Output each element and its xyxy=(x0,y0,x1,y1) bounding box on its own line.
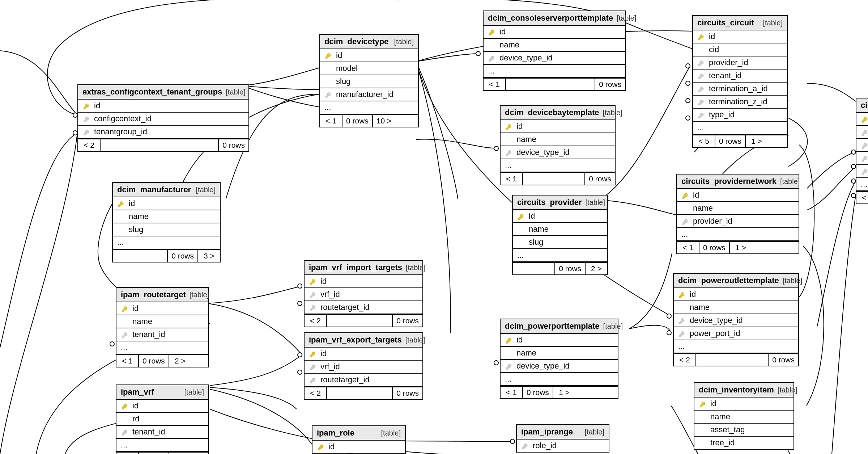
primary-key-icon xyxy=(318,444,324,450)
foreign-key-icon xyxy=(682,218,689,224)
column-row: rd xyxy=(116,413,208,426)
table-circuits-providernetwork[interactable]: circuits_providernetwork [table] id name… xyxy=(676,174,799,254)
svg-point-18 xyxy=(686,116,690,120)
column-name: tenant_id xyxy=(132,427,165,436)
outgoing-count: 1 > xyxy=(553,387,575,398)
foreign-key-icon xyxy=(698,59,705,66)
table-dcim-powerporttemplate[interactable]: dcim_powerporttemplate [table] id name d… xyxy=(500,319,618,399)
table-extras-configcontext-tenant-groups[interactable]: extras_configcontext_tenant_groups [tabl… xyxy=(77,84,249,152)
foreign-key-icon xyxy=(310,304,316,311)
column-row: slug xyxy=(113,223,220,236)
table-header: dcim_manufacturer [table] xyxy=(113,183,220,197)
table-ipam-role[interactable]: ipam_role [table] id xyxy=(312,425,406,454)
column-name: id xyxy=(709,32,715,41)
column-row: cid xyxy=(693,43,787,56)
column-name: name xyxy=(710,412,730,421)
column-name: id xyxy=(690,290,696,299)
incoming-count: < 1 xyxy=(484,79,506,90)
column-name: id xyxy=(499,27,506,36)
table-dcim-devicebaytemplate[interactable]: dcim_devicebaytemplate [table] id name d… xyxy=(500,105,616,185)
foreign-key-icon xyxy=(522,442,528,449)
svg-point-8 xyxy=(494,361,498,365)
column-row: id xyxy=(484,26,625,39)
ellipsis-row: ... xyxy=(484,65,625,78)
table-dcim-manufacturer[interactable]: dcim_manufacturer [table] id name slug .… xyxy=(112,182,221,262)
column-row: id xyxy=(320,49,418,62)
primary-key-icon xyxy=(325,52,332,59)
table-circuit-partial[interactable]: cir ... < 5 xyxy=(856,98,868,204)
column-row: tenant_id xyxy=(693,70,787,83)
table-dcim-poweroutlettemplate[interactable]: dcim_poweroutlettemplate [table] id name… xyxy=(673,273,799,366)
primary-key-icon xyxy=(118,200,124,207)
column-name: name xyxy=(693,203,713,213)
table-dcim-inventoryitem[interactable]: dcim_inventoryitem [table] id name asset… xyxy=(694,382,794,450)
svg-point-6 xyxy=(298,353,302,357)
table-dcim-consoleserverporttemplate[interactable]: dcim_consoleserverporttemplate [table] i… xyxy=(483,10,626,91)
table-header: dcim_devicebaytemplate [table] xyxy=(501,106,615,120)
table-ipam-routetarget[interactable]: ipam_routetarget [table] id name tenant_… xyxy=(116,287,209,367)
column-row: name xyxy=(674,301,798,314)
foreign-key-icon xyxy=(310,291,316,298)
table-type-tag: [table] xyxy=(406,264,425,272)
column-name: id xyxy=(132,401,139,410)
column-name: id xyxy=(94,101,100,110)
table-type-tag: [table] xyxy=(184,388,204,396)
incoming-count: < 2 xyxy=(305,315,327,327)
column-row: id xyxy=(501,120,615,133)
svg-point-12 xyxy=(667,314,671,318)
er-diagram-canvas[interactable]: extras_configcontext_tenant_groups [tabl… xyxy=(0,0,868,454)
svg-point-17 xyxy=(686,98,690,103)
column-name: tenant_id xyxy=(132,330,165,339)
column-row: tenant_id xyxy=(116,426,208,439)
table-ipam-iprange[interactable]: ipam_iprange [table] role_id xyxy=(516,424,609,453)
incoming-count: < 5 xyxy=(856,192,868,203)
ellipsis-row: ... xyxy=(513,249,607,262)
row-count: 0 rows xyxy=(168,250,198,262)
column-row: name xyxy=(484,39,625,52)
column-row: device_type_id xyxy=(501,360,618,373)
primary-key-icon xyxy=(506,123,512,130)
column-name: manufacturer_id xyxy=(336,90,393,99)
primary-key-icon xyxy=(489,29,495,35)
column-row: routetarget_id xyxy=(305,374,422,387)
column-row: asset_tag xyxy=(694,424,793,437)
table-type-tag: [table] xyxy=(226,88,245,96)
table-ipam-vrf[interactable]: ipam_vrf [table] id rd tenant_id ... < 1… xyxy=(116,384,209,454)
foreign-key-icon xyxy=(310,377,316,383)
row-count: 0 rows xyxy=(595,79,625,90)
table-circuits-circuit[interactable]: circuits_circuit [table] id cid provider… xyxy=(692,15,788,148)
table-title: ipam_vrf_import_targets xyxy=(309,263,402,272)
column-row: name xyxy=(501,133,615,146)
table-title: extras_configcontext_tenant_groups xyxy=(82,87,222,97)
table-type-tag: [table] xyxy=(603,109,622,117)
outgoing-count: 10 > xyxy=(373,115,395,127)
table-header: ipam_vrf [table] xyxy=(116,385,208,400)
table-ipam-vrf-import-targets[interactable]: ipam_vrf_import_targets [table] id vrf_i… xyxy=(304,260,423,327)
primary-key-icon xyxy=(122,403,128,409)
row-count: 0 rows xyxy=(523,387,553,398)
table-type-tag: [table] xyxy=(381,429,401,437)
primary-key-icon xyxy=(861,116,868,122)
outgoing-count: 5 > xyxy=(169,453,191,454)
table-footer: < 1 0 rows xyxy=(501,172,615,185)
table-dcim-devicetype[interactable]: dcim_devicetype [table] id model slug ma… xyxy=(319,34,419,127)
primary-key-icon xyxy=(682,192,689,198)
table-type-tag: [table] xyxy=(778,386,797,394)
svg-point-4 xyxy=(298,284,302,288)
svg-point-20 xyxy=(851,164,856,169)
table-circuits-provider[interactable]: circuits_provider [table] id name slug .… xyxy=(512,195,608,275)
foreign-key-icon xyxy=(489,55,495,61)
incoming-count: < 1 xyxy=(501,173,523,185)
table-footer: < 1 0 rows 5 > xyxy=(116,452,208,454)
table-footer: < 1 0 rows 10 > xyxy=(320,114,418,127)
table-title: dcim_consoleserverporttemplate xyxy=(488,13,613,23)
column-name: tenant_id xyxy=(709,71,742,80)
column-row: termination_a_id xyxy=(693,83,787,96)
table-ipam-vrf-export-targets[interactable]: ipam_vrf_export_targets [table] id vrf_i… xyxy=(304,332,423,400)
table-type-tag: [table] xyxy=(405,336,425,344)
column-name: vrf_id xyxy=(320,290,340,299)
primary-key-icon xyxy=(83,102,90,109)
table-type-tag: [table] xyxy=(585,428,604,436)
table-footer: < 1 0 rows 1 > xyxy=(677,241,799,253)
foreign-key-icon xyxy=(698,85,705,92)
